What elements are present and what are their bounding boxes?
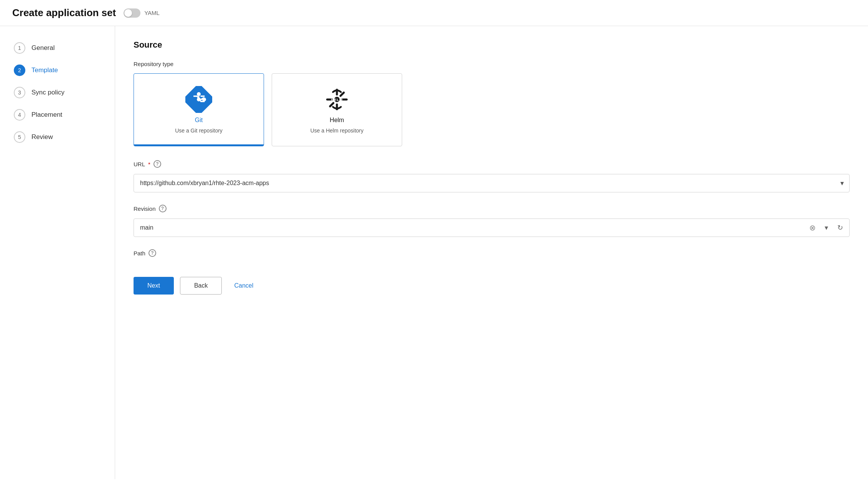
svg-point-3 [197, 92, 201, 96]
url-help-icon[interactable]: ? [153, 160, 161, 168]
helm-card-name: Helm [330, 117, 344, 124]
yaml-toggle[interactable] [124, 8, 140, 18]
url-input-wrapper: ▾ [134, 174, 850, 192]
sidebar-item-general[interactable]: 1 General [9, 38, 106, 58]
step-number-1: 1 [14, 42, 25, 54]
footer-buttons: Next Back Cancel [134, 269, 850, 295]
revision-clear-button[interactable]: ⊗ [806, 222, 818, 234]
revision-input-wrapper: ⊗ ▾ ↻ [134, 218, 850, 237]
svg-text:HELM: HELM [331, 98, 343, 102]
sidebar-item-label-review: Review [31, 133, 53, 141]
back-button[interactable]: Back [180, 277, 222, 295]
sidebar-item-review[interactable]: 5 Review [9, 127, 106, 147]
url-group: URL * ? ▾ [134, 160, 850, 192]
path-help-icon[interactable]: ? [149, 249, 156, 257]
helm-repo-card[interactable]: HELM Helm Use a Helm repository [272, 73, 402, 146]
repo-type-group: Repository type ⌥ [134, 61, 850, 146]
revision-dropdown-button[interactable]: ▾ [820, 222, 832, 234]
main-layout: 1 General 2 Template 3 Sync policy 4 Pla… [0, 26, 868, 479]
yaml-label: YAML [144, 10, 160, 16]
revision-help-icon[interactable]: ? [159, 205, 167, 212]
revision-refresh-button[interactable]: ↻ [834, 222, 846, 234]
path-group: Path ? [134, 249, 850, 257]
content-area: Source Repository type ⌥ [115, 26, 868, 479]
url-required-star: * [148, 161, 150, 167]
sidebar-item-label-general: General [31, 44, 54, 52]
cancel-button[interactable]: Cancel [228, 277, 259, 295]
yaml-toggle-container: YAML [124, 8, 160, 18]
step-number-5: 5 [14, 131, 25, 143]
url-input[interactable] [134, 174, 849, 192]
source-section-title: Source [134, 40, 850, 50]
revision-input[interactable] [134, 219, 806, 237]
helm-card-desc: Use a Helm repository [310, 127, 364, 134]
sidebar: 1 General 2 Template 3 Sync policy 4 Pla… [0, 26, 115, 479]
svg-point-2 [197, 98, 201, 101]
git-repo-card[interactable]: ⌥ Git Use a Git repository [134, 73, 264, 146]
url-dropdown-arrow[interactable]: ▾ [840, 179, 844, 187]
sidebar-item-label-placement: Placement [31, 111, 62, 119]
page-header: Create application set YAML [0, 0, 868, 26]
sidebar-item-template[interactable]: 2 Template [9, 61, 106, 80]
toggle-knob [124, 9, 132, 17]
git-card-desc: Use a Git repository [175, 127, 223, 134]
step-number-3: 3 [14, 87, 25, 98]
step-number-4: 4 [14, 109, 25, 121]
revision-input-actions: ⊗ ▾ ↻ [806, 222, 849, 234]
helm-icon: HELM [323, 86, 350, 113]
revision-field-label: Revision ? [134, 205, 850, 212]
url-field-label: URL * ? [134, 160, 850, 168]
path-field-label: Path ? [134, 249, 850, 257]
repo-type-label: Repository type [134, 61, 850, 67]
repo-type-grid: ⌥ Git Use a Git repository [134, 73, 850, 146]
git-card-name: Git [195, 117, 203, 124]
sidebar-item-sync-policy[interactable]: 3 Sync policy [9, 83, 106, 102]
page-title: Create application set [12, 7, 116, 19]
revision-group: Revision ? ⊗ ▾ ↻ [134, 205, 850, 237]
sidebar-item-label-sync: Sync policy [31, 89, 64, 96]
sidebar-item-placement[interactable]: 4 Placement [9, 105, 106, 124]
next-button[interactable]: Next [134, 277, 174, 295]
step-number-2: 2 [14, 65, 25, 76]
git-icon: ⌥ [185, 86, 212, 113]
sidebar-item-label-template: Template [31, 66, 58, 74]
